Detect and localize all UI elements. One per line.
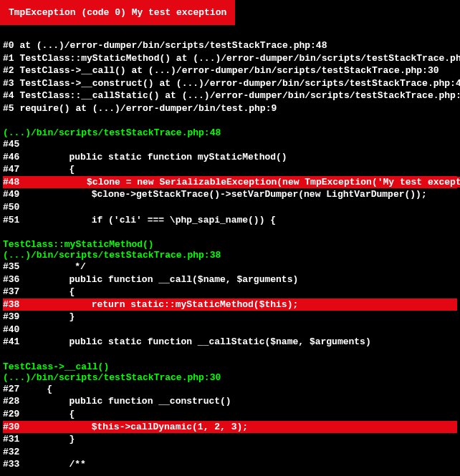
line-indent xyxy=(24,214,92,227)
line-indent xyxy=(19,176,87,189)
exception-banner: TmpException (code 0) My test exception xyxy=(0,0,235,25)
line-text: public function __call($name, $arguments… xyxy=(69,273,457,286)
code-line: #28 public function __construct() xyxy=(3,395,457,408)
line-text: } xyxy=(69,433,457,446)
line-indent xyxy=(24,458,69,471)
line-number: #51 xyxy=(3,214,24,227)
code-line: #45 xyxy=(3,138,457,151)
stack-frame: #0 at (...)/error-dumper/bin/scripts/tes… xyxy=(3,39,457,52)
line-indent xyxy=(24,298,92,311)
code-line: #47 { xyxy=(3,163,457,176)
code-line: #39 } xyxy=(3,311,457,324)
line-number: #49 xyxy=(3,188,24,201)
line-indent xyxy=(24,408,69,421)
line-number: #46 xyxy=(3,151,24,164)
line-number: #48 xyxy=(3,176,19,189)
stack-frame: #3 TestClass->__construct() at (...)/err… xyxy=(3,77,457,90)
line-indent xyxy=(24,395,69,408)
line-text: if ('cli' === \php_sapi_name()) { xyxy=(92,214,457,227)
line-text: public static function __callStatic($nam… xyxy=(69,336,457,349)
line-indent xyxy=(24,261,75,273)
stack-frame: #4 TestClass::__callStatic() at (...)/er… xyxy=(3,89,457,102)
line-indent xyxy=(24,421,92,434)
code-line: #38 return static::myStaticMethod($this)… xyxy=(3,298,457,311)
line-text: $clone->getStackTrace()->setVarDumper(ne… xyxy=(92,188,457,201)
stack-frame: #5 require() at (...)/error-dumper/bin/t… xyxy=(3,102,457,115)
line-number: #40 xyxy=(3,324,24,336)
stack-frame: #2 TestClass->__call() at (...)/error-du… xyxy=(3,64,457,77)
code-line: #41 public static function __callStatic(… xyxy=(3,336,457,349)
line-number: #35 xyxy=(3,261,24,273)
code-line: #46 public static function myStaticMetho… xyxy=(3,151,457,164)
line-text xyxy=(24,324,457,336)
section-path: (...)/bin/scripts/testStackTrace.php:30 xyxy=(3,372,457,383)
section-path: (...)/bin/scripts/testStackTrace.php:48 xyxy=(3,127,457,138)
line-text: } xyxy=(69,311,457,324)
line-text: return static::myStaticMethod($this); xyxy=(92,298,457,311)
section-method: TestClass::myStaticMethod() xyxy=(3,239,457,250)
line-indent xyxy=(24,433,69,446)
code-line: #35 */ xyxy=(3,261,457,273)
line-text: public static function myStaticMethod() xyxy=(69,151,457,164)
code-line: #33 /** xyxy=(3,458,457,471)
line-text xyxy=(24,201,457,214)
line-indent xyxy=(24,311,69,324)
line-text: /** xyxy=(69,458,457,471)
line-number: #29 xyxy=(3,408,24,421)
line-number: #38 xyxy=(3,298,24,311)
code-line: #37 { xyxy=(3,286,457,298)
line-text: $clone = new SerializableException(new T… xyxy=(87,176,460,189)
code-line: #31 } xyxy=(3,433,457,446)
line-text: { xyxy=(69,163,457,176)
line-text: { xyxy=(69,408,457,421)
code-line: #27 { xyxy=(3,383,457,396)
line-text: public function __construct() xyxy=(69,395,457,408)
line-number: #37 xyxy=(3,286,24,298)
section-path: (...)/bin/scripts/testStackTrace.php:38 xyxy=(3,250,457,261)
line-number: #41 xyxy=(3,336,24,349)
line-indent xyxy=(24,273,69,286)
line-text: { xyxy=(69,286,457,298)
line-indent xyxy=(24,286,69,298)
code-line: #29 { xyxy=(3,408,457,421)
line-text: */ xyxy=(75,261,457,273)
line-number: #31 xyxy=(3,433,24,446)
line-text xyxy=(24,138,457,151)
line-number: #30 xyxy=(3,421,24,434)
line-number: #45 xyxy=(3,138,24,151)
line-text: { xyxy=(47,383,457,396)
line-text xyxy=(24,446,457,459)
line-indent xyxy=(24,383,47,396)
line-number: #36 xyxy=(3,273,24,286)
code-line: #36 public function __call($name, $argum… xyxy=(3,273,457,286)
line-text: $this->callDynamic(1, 2, 3); xyxy=(92,421,457,434)
trace-content: #0 at (...)/error-dumper/bin/scripts/tes… xyxy=(0,25,460,472)
code-line: #48 $clone = new SerializableException(n… xyxy=(3,176,457,189)
line-number: #33 xyxy=(3,458,24,471)
line-number: #50 xyxy=(3,201,24,214)
line-number: #47 xyxy=(3,163,24,176)
line-indent xyxy=(24,188,92,201)
code-line: #40 xyxy=(3,324,457,336)
code-line: #50 xyxy=(3,201,457,214)
line-number: #27 xyxy=(3,383,24,396)
line-number: #39 xyxy=(3,311,24,324)
line-indent xyxy=(24,151,69,164)
stack-frames: #0 at (...)/error-dumper/bin/scripts/tes… xyxy=(3,39,457,115)
code-line: #32 xyxy=(3,446,457,459)
code-sections: (...)/bin/scripts/testStackTrace.php:48#… xyxy=(3,115,457,470)
line-number: #28 xyxy=(3,395,24,408)
stack-frame: #1 TestClass::myStaticMethod() at (...)/… xyxy=(3,52,457,65)
code-line: #49 $clone->getStackTrace()->setVarDumpe… xyxy=(3,188,457,201)
line-number: #32 xyxy=(3,446,24,459)
section-method: TestClass->__call() xyxy=(3,361,457,372)
code-line: #51 if ('cli' === \php_sapi_name()) { xyxy=(3,214,457,227)
exception-title: TmpException (code 0) My test exception xyxy=(9,7,226,18)
code-line: #30 $this->callDynamic(1, 2, 3); xyxy=(3,421,457,434)
line-indent xyxy=(24,163,69,176)
line-indent xyxy=(24,336,69,349)
